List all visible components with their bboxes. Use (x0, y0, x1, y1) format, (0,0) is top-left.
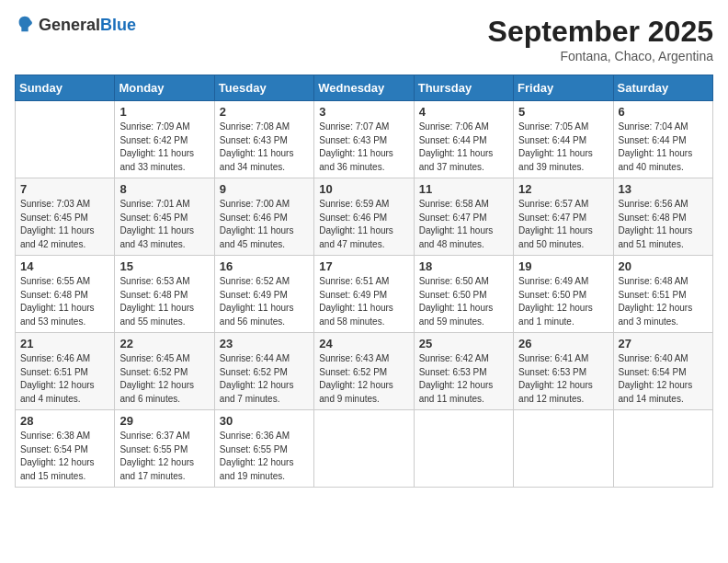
day-info: Sunrise: 6:53 AMSunset: 6:48 PMDaylight:… (119, 275, 209, 328)
day-number: 13 (619, 182, 708, 196)
day-info: Sunrise: 6:38 AMSunset: 6:54 PMDaylight:… (20, 430, 109, 483)
calendar-cell: 1Sunrise: 7:09 AMSunset: 6:42 PMDaylight… (115, 101, 214, 178)
header: GeneralBlue September 2025 Fontana, Chac… (15, 15, 713, 63)
calendar-week-row: 7Sunrise: 7:03 AMSunset: 6:45 PMDaylight… (16, 178, 713, 256)
day-number: 18 (419, 259, 508, 273)
logo-blue: Blue (100, 16, 136, 34)
day-number: 22 (119, 337, 209, 350)
calendar-cell: 28Sunrise: 6:38 AMSunset: 6:54 PMDayligh… (16, 410, 115, 488)
calendar-cell: 27Sunrise: 6:40 AMSunset: 6:54 PMDayligh… (613, 333, 712, 410)
calendar-header-monday: Monday (115, 75, 214, 101)
calendar-header-tuesday: Tuesday (214, 75, 313, 101)
day-number: 4 (419, 105, 508, 119)
day-number: 20 (619, 259, 708, 273)
calendar-cell: 11Sunrise: 6:58 AMSunset: 6:47 PMDayligh… (414, 178, 513, 256)
location-title: Fontana, Chaco, Argentina (488, 49, 713, 63)
calendar-week-row: 14Sunrise: 6:55 AMSunset: 6:48 PMDayligh… (16, 256, 713, 333)
day-info: Sunrise: 7:01 AMSunset: 6:45 PMDaylight:… (119, 198, 209, 251)
calendar-cell: 14Sunrise: 6:55 AMSunset: 6:48 PMDayligh… (16, 256, 115, 333)
day-number: 21 (20, 337, 109, 350)
day-number: 17 (319, 259, 408, 273)
calendar-header-friday: Friday (514, 75, 613, 101)
calendar-week-row: 28Sunrise: 6:38 AMSunset: 6:54 PMDayligh… (16, 410, 713, 488)
day-info: Sunrise: 6:56 AMSunset: 6:48 PMDaylight:… (619, 198, 708, 251)
calendar-week-row: 1Sunrise: 7:09 AMSunset: 6:42 PMDaylight… (16, 101, 713, 178)
day-number: 16 (220, 259, 309, 273)
month-title: September 2025 (488, 15, 713, 49)
day-info: Sunrise: 6:42 AMSunset: 6:53 PMDaylight:… (419, 352, 508, 406)
calendar-cell: 30Sunrise: 6:36 AMSunset: 6:55 PMDayligh… (214, 410, 313, 488)
day-number: 1 (119, 105, 209, 119)
day-info: Sunrise: 7:03 AMSunset: 6:45 PMDaylight:… (20, 198, 109, 251)
day-info: Sunrise: 6:44 AMSunset: 6:52 PMDaylight:… (220, 352, 309, 406)
calendar-cell: 23Sunrise: 6:44 AMSunset: 6:52 PMDayligh… (214, 333, 313, 410)
calendar-cell: 25Sunrise: 6:42 AMSunset: 6:53 PMDayligh… (414, 333, 513, 410)
calendar-cell: 4Sunrise: 7:06 AMSunset: 6:44 PMDaylight… (414, 101, 513, 178)
day-number: 12 (518, 182, 608, 196)
day-number: 14 (20, 259, 109, 273)
calendar-cell: 2Sunrise: 7:08 AMSunset: 6:43 PMDaylight… (214, 101, 313, 178)
title-area: September 2025 Fontana, Chaco, Argentina (488, 15, 713, 63)
calendar-cell: 13Sunrise: 6:56 AMSunset: 6:48 PMDayligh… (613, 178, 712, 256)
calendar-cell: 18Sunrise: 6:50 AMSunset: 6:50 PMDayligh… (414, 256, 513, 333)
calendar-header-thursday: Thursday (414, 75, 513, 101)
calendar-cell: 6Sunrise: 7:04 AMSunset: 6:44 PMDaylight… (613, 101, 712, 178)
day-info: Sunrise: 6:59 AMSunset: 6:46 PMDaylight:… (319, 198, 408, 251)
calendar-cell (414, 410, 513, 488)
day-number: 24 (319, 337, 408, 350)
calendar-cell: 8Sunrise: 7:01 AMSunset: 6:45 PMDaylight… (115, 178, 214, 256)
day-number: 3 (319, 105, 408, 119)
day-info: Sunrise: 6:55 AMSunset: 6:48 PMDaylight:… (20, 275, 109, 328)
day-number: 5 (518, 105, 608, 119)
day-number: 26 (518, 337, 608, 350)
calendar-cell: 7Sunrise: 7:03 AMSunset: 6:45 PMDaylight… (16, 178, 115, 256)
calendar-cell: 9Sunrise: 7:00 AMSunset: 6:46 PMDaylight… (214, 178, 313, 256)
day-info: Sunrise: 6:46 AMSunset: 6:51 PMDaylight:… (20, 352, 109, 406)
day-info: Sunrise: 6:49 AMSunset: 6:50 PMDaylight:… (518, 275, 608, 328)
day-number: 27 (619, 337, 708, 350)
calendar-cell: 19Sunrise: 6:49 AMSunset: 6:50 PMDayligh… (514, 256, 613, 333)
calendar-header-row: SundayMondayTuesdayWednesdayThursdayFrid… (16, 75, 713, 101)
day-info: Sunrise: 6:52 AMSunset: 6:49 PMDaylight:… (220, 275, 309, 328)
calendar-cell (16, 101, 115, 178)
calendar-cell (514, 410, 613, 488)
calendar-cell: 15Sunrise: 6:53 AMSunset: 6:48 PMDayligh… (115, 256, 214, 333)
day-info: Sunrise: 6:51 AMSunset: 6:49 PMDaylight:… (319, 275, 408, 328)
calendar-cell: 3Sunrise: 7:07 AMSunset: 6:43 PMDaylight… (314, 101, 414, 178)
day-info: Sunrise: 6:48 AMSunset: 6:51 PMDaylight:… (619, 275, 708, 328)
calendar-cell: 29Sunrise: 6:37 AMSunset: 6:55 PMDayligh… (115, 410, 214, 488)
day-info: Sunrise: 7:07 AMSunset: 6:43 PMDaylight:… (319, 121, 408, 174)
day-info: Sunrise: 7:04 AMSunset: 6:44 PMDaylight:… (619, 121, 708, 174)
day-number: 19 (518, 259, 608, 273)
logo-general: General (39, 16, 100, 34)
day-info: Sunrise: 6:36 AMSunset: 6:55 PMDaylight:… (220, 430, 309, 483)
calendar-cell: 10Sunrise: 6:59 AMSunset: 6:46 PMDayligh… (314, 178, 414, 256)
day-info: Sunrise: 7:05 AMSunset: 6:44 PMDaylight:… (518, 121, 608, 174)
calendar-header-sunday: Sunday (16, 75, 115, 101)
day-info: Sunrise: 7:06 AMSunset: 6:44 PMDaylight:… (419, 121, 508, 174)
day-info: Sunrise: 6:40 AMSunset: 6:54 PMDaylight:… (619, 352, 708, 406)
calendar-cell: 16Sunrise: 6:52 AMSunset: 6:49 PMDayligh… (214, 256, 313, 333)
day-info: Sunrise: 6:43 AMSunset: 6:52 PMDaylight:… (319, 352, 408, 406)
day-info: Sunrise: 7:00 AMSunset: 6:46 PMDaylight:… (220, 198, 309, 251)
day-number: 9 (220, 182, 309, 196)
day-info: Sunrise: 6:41 AMSunset: 6:53 PMDaylight:… (518, 352, 608, 406)
day-number: 2 (220, 105, 309, 119)
logo-icon (15, 15, 35, 35)
day-info: Sunrise: 6:57 AMSunset: 6:47 PMDaylight:… (518, 198, 608, 251)
calendar-cell: 26Sunrise: 6:41 AMSunset: 6:53 PMDayligh… (514, 333, 613, 410)
day-number: 15 (119, 259, 209, 273)
day-info: Sunrise: 6:37 AMSunset: 6:55 PMDaylight:… (119, 430, 209, 483)
day-number: 25 (419, 337, 508, 350)
day-number: 8 (119, 182, 209, 196)
calendar-cell: 17Sunrise: 6:51 AMSunset: 6:49 PMDayligh… (314, 256, 414, 333)
logo-text: GeneralBlue (39, 16, 136, 35)
calendar-week-row: 21Sunrise: 6:46 AMSunset: 6:51 PMDayligh… (16, 333, 713, 410)
day-number: 23 (220, 337, 309, 350)
day-info: Sunrise: 6:58 AMSunset: 6:47 PMDaylight:… (419, 198, 508, 251)
calendar-cell: 12Sunrise: 6:57 AMSunset: 6:47 PMDayligh… (514, 178, 613, 256)
calendar-cell: 20Sunrise: 6:48 AMSunset: 6:51 PMDayligh… (613, 256, 712, 333)
day-info: Sunrise: 7:09 AMSunset: 6:42 PMDaylight:… (119, 121, 209, 174)
day-number: 28 (20, 414, 109, 428)
calendar-cell: 22Sunrise: 6:45 AMSunset: 6:52 PMDayligh… (115, 333, 214, 410)
